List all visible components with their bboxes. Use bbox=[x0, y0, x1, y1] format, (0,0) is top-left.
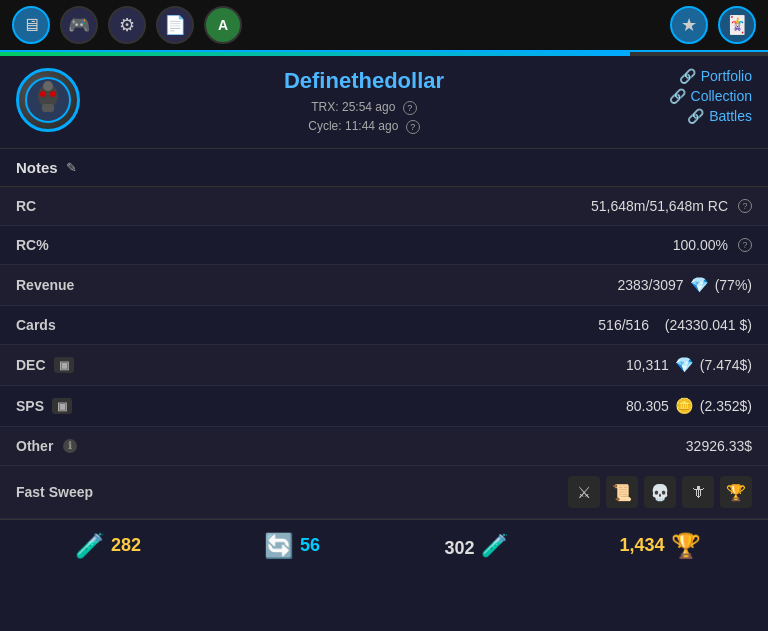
profile-username: Definethedollar bbox=[96, 68, 632, 94]
flask-value-label: 302 bbox=[444, 530, 474, 561]
other-row: Other ℹ 32926.33$ bbox=[0, 427, 768, 466]
notes-label: Notes bbox=[16, 159, 58, 176]
dec-label: DEC ▣ bbox=[16, 357, 96, 373]
sweep-icon-3[interactable]: 💀 bbox=[644, 476, 676, 508]
dec-row: DEC ▣ 10,311 💎 (7.474$) bbox=[0, 345, 768, 386]
cards-row: Cards 516/516 (24330.041 $) bbox=[0, 306, 768, 345]
rc-percent-help-icon[interactable]: ? bbox=[738, 238, 752, 252]
energy-value: 56 bbox=[300, 535, 320, 556]
sweep-icon-4[interactable]: 🗡 bbox=[682, 476, 714, 508]
nav-monitor-icon[interactable]: 🖥 bbox=[12, 6, 50, 44]
dec-value: 10,311 💎 (7.474$) bbox=[626, 356, 752, 374]
sweep-icons: ⚔ 📜 💀 🗡 🏆 bbox=[568, 476, 752, 508]
notes-row: Notes ✎ bbox=[0, 149, 768, 187]
potion-icon: 🧪 bbox=[75, 532, 105, 560]
flask-value: 302 bbox=[444, 538, 474, 558]
svg-point-3 bbox=[50, 91, 56, 97]
rc-percent-value: 100.00% ? bbox=[673, 237, 752, 253]
nav-user-icon[interactable]: A bbox=[204, 6, 242, 44]
rc-value: 51,648m/51,648m RC ? bbox=[591, 198, 752, 214]
progress-bar-fill bbox=[0, 52, 630, 56]
cards-value: 516/516 (24330.041 $) bbox=[598, 317, 752, 333]
profile-trx: TRX: 25:54 ago ? bbox=[96, 98, 632, 117]
rc-label: RC bbox=[16, 198, 96, 214]
svg-point-5 bbox=[43, 81, 53, 91]
sweep-icon-1[interactable]: ⚔ bbox=[568, 476, 600, 508]
trophy-value: 1,434 bbox=[619, 535, 664, 556]
rc-percent-label: RC% bbox=[16, 237, 96, 253]
trophy-stat: 1,434 🏆 bbox=[568, 532, 752, 560]
potion-value: 282 bbox=[111, 535, 141, 556]
flask-icon: 🧪 bbox=[481, 533, 508, 559]
fast-sweep-label: Fast Sweep bbox=[16, 484, 93, 500]
svg-rect-4 bbox=[42, 104, 54, 112]
nav-star-icon[interactable]: ★ bbox=[670, 6, 708, 44]
profile-info: Definethedollar TRX: 25:54 ago ? Cycle: … bbox=[96, 68, 632, 136]
rc-row: RC 51,648m/51,648m RC ? bbox=[0, 187, 768, 226]
energy-icon: 🔄 bbox=[264, 532, 294, 560]
notes-edit-icon[interactable]: ✎ bbox=[66, 160, 77, 175]
flask-stat: 302 🧪 bbox=[384, 530, 568, 561]
sweep-icon-2[interactable]: 📜 bbox=[606, 476, 638, 508]
trophy-icon: 🏆 bbox=[671, 532, 701, 560]
other-label: Other ℹ bbox=[16, 438, 96, 454]
sps-label: SPS ▣ bbox=[16, 398, 96, 414]
sps-gold-icon: 🪙 bbox=[675, 397, 694, 415]
svg-point-2 bbox=[40, 91, 46, 97]
revenue-gem-icon: 💎 bbox=[690, 276, 709, 294]
profile-cycle: Cycle: 11:44 ago ? bbox=[96, 117, 632, 136]
collection-link-icon: 🔗 bbox=[669, 88, 686, 104]
trx-help-icon[interactable]: ? bbox=[403, 101, 417, 115]
sps-wallet-icon[interactable]: ▣ bbox=[52, 398, 72, 414]
dec-wallet-icon[interactable]: ▣ bbox=[54, 357, 74, 373]
nav-card-icon[interactable]: 🃏 bbox=[718, 6, 756, 44]
rc-percent-row: RC% 100.00% ? bbox=[0, 226, 768, 265]
sweep-icon-5[interactable]: 🏆 bbox=[720, 476, 752, 508]
avatar bbox=[16, 68, 80, 132]
portfolio-link[interactable]: 🔗 Portfolio bbox=[679, 68, 752, 84]
other-info-icon[interactable]: ℹ bbox=[63, 439, 77, 453]
other-value: 32926.33$ bbox=[686, 438, 752, 454]
cycle-help-icon[interactable]: ? bbox=[406, 120, 420, 134]
battles-link[interactable]: 🔗 Battles bbox=[687, 108, 752, 124]
fast-sweep-row: Fast Sweep ⚔ 📜 💀 🗡 🏆 bbox=[0, 466, 768, 519]
profile-section: Definethedollar TRX: 25:54 ago ? Cycle: … bbox=[0, 56, 768, 149]
revenue-row: Revenue 2383/3097 💎 (77%) bbox=[0, 265, 768, 306]
cards-label: Cards bbox=[16, 317, 96, 333]
bottom-stats: 🧪 282 🔄 56 302 🧪 1,434 🏆 bbox=[0, 519, 768, 571]
sps-row: SPS ▣ 80.305 🪙 (2.352$) bbox=[0, 386, 768, 427]
nav-settings-icon[interactable]: ⚙ bbox=[108, 6, 146, 44]
portfolio-link-icon: 🔗 bbox=[679, 68, 696, 84]
progress-bar bbox=[0, 52, 768, 56]
nav-controller-icon[interactable]: 🎮 bbox=[60, 6, 98, 44]
top-nav: 🖥 🎮 ⚙ 📄 A ★ 🃏 bbox=[0, 0, 768, 52]
revenue-label: Revenue bbox=[16, 277, 96, 293]
profile-links: 🔗 Portfolio 🔗 Collection 🔗 Battles bbox=[632, 68, 752, 124]
energy-stat: 🔄 56 bbox=[200, 532, 384, 560]
battles-link-icon: 🔗 bbox=[687, 108, 704, 124]
revenue-value: 2383/3097 💎 (77%) bbox=[617, 276, 752, 294]
nav-document-icon[interactable]: 📄 bbox=[156, 6, 194, 44]
dec-gem-icon: 💎 bbox=[675, 356, 694, 374]
collection-link[interactable]: 🔗 Collection bbox=[669, 88, 752, 104]
rc-help-icon[interactable]: ? bbox=[738, 199, 752, 213]
potion-stat: 🧪 282 bbox=[16, 532, 200, 560]
sps-value: 80.305 🪙 (2.352$) bbox=[626, 397, 752, 415]
